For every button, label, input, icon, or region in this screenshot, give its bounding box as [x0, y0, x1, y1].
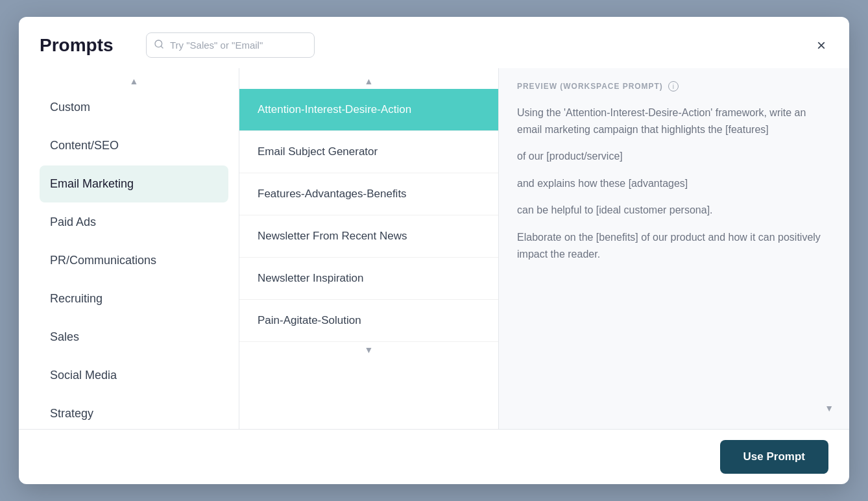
info-icon[interactable]: i [668, 81, 679, 92]
prompt-item-fab[interactable]: Features-Advantages-Benefits [239, 173, 498, 215]
svg-line-1 [161, 46, 163, 48]
preview-paragraph-5: Elaborate on the [benefits] of our produ… [517, 229, 831, 262]
sidebar-item-sales[interactable]: Sales [40, 319, 228, 356]
categories-panel: ▲ Custom Content/SEO Email Marketing Pai… [19, 68, 239, 429]
search-container [146, 32, 315, 58]
modal-footer: Use Prompt [19, 429, 849, 484]
preview-label: PREVIEW (WORKSPACE PROMPT) [517, 82, 663, 91]
sidebar-item-pr-communications[interactable]: PR/Communications [40, 242, 228, 279]
prompt-item-newsletter-inspiration[interactable]: Newsletter Inspiration [239, 258, 498, 300]
scroll-up-arrow-categories[interactable]: ▲ [40, 73, 228, 89]
search-input[interactable] [146, 32, 315, 58]
use-prompt-button[interactable]: Use Prompt [720, 440, 828, 474]
sidebar-item-content-seo[interactable]: Content/SEO [40, 127, 228, 164]
modal-overlay: Prompts × ▲ Custom Content/SEO Email Mar… [0, 0, 868, 501]
preview-paragraph-2: of our [product/service] [517, 148, 831, 165]
search-icon [154, 39, 164, 52]
sidebar-item-recruiting[interactable]: Recruiting [40, 280, 228, 317]
sidebar-item-email-marketing[interactable]: Email Marketing [40, 165, 228, 202]
modal-title: Prompts [40, 35, 130, 56]
sidebar-item-custom[interactable]: Custom [40, 89, 228, 126]
prompts-panel: ▲ Attention-Interest-Desire-Action Email… [239, 68, 499, 429]
scroll-down-arrow-prompts[interactable]: ▼ [239, 342, 498, 358]
close-button[interactable]: × [814, 35, 828, 56]
prompt-item-newsletter-news[interactable]: Newsletter From Recent News [239, 215, 498, 258]
modal-body: ▲ Custom Content/SEO Email Marketing Pai… [19, 68, 849, 429]
modal-header: Prompts × [19, 17, 849, 68]
preview-content: Using the 'Attention-Interest-Desire-Act… [517, 104, 831, 262]
prompt-item-aida[interactable]: Attention-Interest-Desire-Action [239, 89, 498, 131]
preview-paragraph-1: Using the 'Attention-Interest-Desire-Act… [517, 104, 831, 138]
prompt-item-email-subject[interactable]: Email Subject Generator [239, 131, 498, 173]
preview-paragraph-4: can be helpful to [ideal customer person… [517, 202, 831, 219]
sidebar-item-social-media[interactable]: Social Media [40, 357, 228, 394]
scroll-down-arrow-preview[interactable]: ▼ [822, 400, 836, 416]
sidebar-item-strategy[interactable]: Strategy [40, 395, 228, 429]
preview-panel: PREVIEW (WORKSPACE PROMPT) i Using the '… [499, 68, 849, 429]
prompt-item-pain-agitate[interactable]: Pain-Agitate-Solution [239, 300, 498, 342]
preview-paragraph-3: and explains how these [advantages] [517, 175, 831, 192]
preview-header: PREVIEW (WORKSPACE PROMPT) i [517, 81, 831, 92]
sidebar-item-paid-ads[interactable]: Paid Ads [40, 204, 228, 241]
modal-dialog: Prompts × ▲ Custom Content/SEO Email Mar… [19, 17, 849, 484]
scroll-up-arrow-prompts[interactable]: ▲ [239, 73, 498, 89]
